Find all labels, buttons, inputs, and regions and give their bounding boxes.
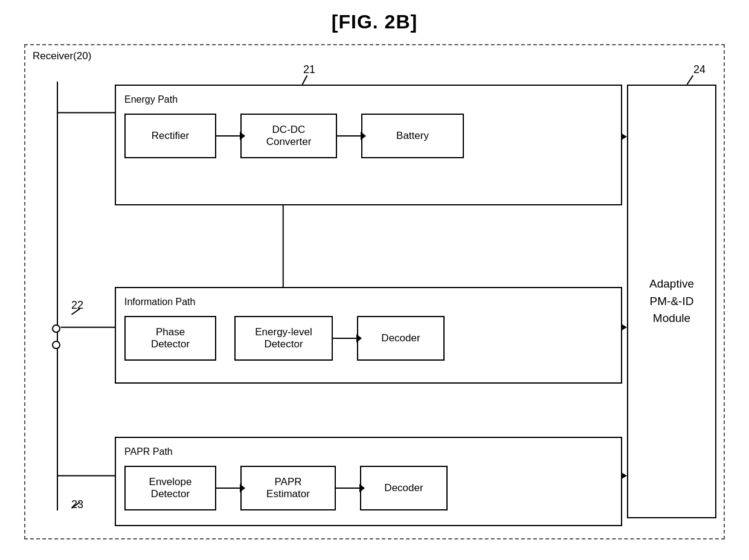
papr-estimator-label: PAPR Estimator [266, 476, 310, 500]
papr-decoder-label: Decoder [384, 482, 423, 494]
envelope-detector-label: Envelope Detector [149, 476, 192, 500]
circle-connector-bottom [52, 341, 60, 349]
phase-detector-label: Phase Detector [151, 326, 190, 350]
energy-path-box: Energy Path Rectifier DC-DC Converter Ba… [115, 85, 622, 205]
papr-decoder-block: Decoder [360, 466, 448, 510]
outer-frame: Receiver(20) 21 22 23 24 [24, 44, 725, 539]
phase-detector-block: Phase Detector [124, 316, 216, 361]
info-path-box: Information Path Phase Detector Energy-l… [115, 287, 622, 384]
info-decoder-block: Decoder [357, 316, 445, 361]
rectifier-block: Rectifier [124, 114, 216, 158]
left-vertical-bar [57, 82, 58, 510]
rectifier-label: Rectifier [152, 130, 189, 142]
battery-block: Battery [361, 114, 464, 158]
papr-path-box: PAPR Path Envelope Detector PAPR Estimat… [115, 437, 622, 526]
papr-path-label: PAPR Path [124, 446, 612, 457]
ref-num-22: 22 [71, 299, 83, 312]
info-decoder-label: Decoder [381, 332, 420, 344]
energy-path-label: Energy Path [124, 94, 612, 105]
ref-num-23: 23 [71, 498, 83, 511]
circle-connector-top [52, 324, 60, 333]
papr-estimator-block: PAPR Estimator [240, 466, 336, 510]
ref-num-24: 24 [693, 63, 706, 76]
info-path-label: Information Path [124, 297, 612, 307]
page-title: [FIG. 2B] [332, 11, 417, 33]
energy-level-detector-block: Energy-level Detector [234, 316, 333, 361]
envelope-detector-block: Envelope Detector [124, 466, 216, 510]
energy-level-detector-label: Energy-level Detector [255, 326, 312, 350]
svg-line-0 [303, 76, 307, 85]
ref-num-21: 21 [303, 63, 315, 76]
battery-label: Battery [396, 130, 429, 142]
adaptive-module-label: Adaptive PM-&-ID Module [649, 275, 694, 327]
dcdc-label: DC-DC Converter [266, 124, 312, 148]
receiver-label: Receiver(20) [33, 50, 91, 62]
adaptive-module-box: Adaptive PM-&-ID Module [627, 85, 716, 518]
dcdc-converter-block: DC-DC Converter [240, 114, 337, 158]
svg-line-3 [687, 76, 693, 85]
